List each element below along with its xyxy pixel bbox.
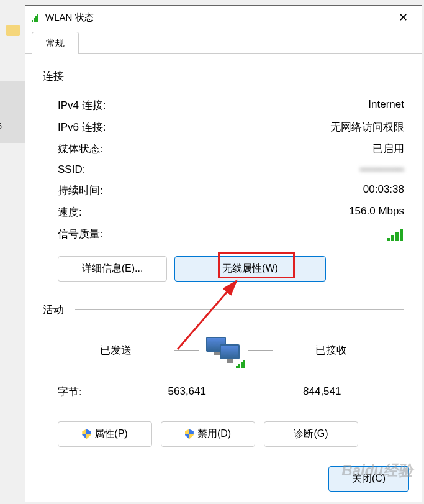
received-label: 已接收	[273, 343, 389, 357]
media-label: 媒体状态:	[58, 142, 103, 156]
activity-row: 已发送 已接收	[43, 328, 404, 365]
wlan-status-dialog: WLAN 状态 ✕ 常规 连接 IPv4 连接: Internet IPv6 连…	[25, 5, 422, 502]
diagnose-button[interactable]: 诊断(G)	[264, 421, 358, 447]
ssid-value: ••••••••••••	[360, 163, 404, 176]
row-ipv6: IPv6 连接: 无网络访问权限	[43, 116, 404, 138]
connection-buttons: 详细信息(E)... 无线属性(W)	[43, 245, 404, 285]
bytes-received-value: 844,541	[255, 385, 390, 398]
disable-button[interactable]: 禁用(D)	[161, 421, 255, 447]
tab-general[interactable]: 常规	[32, 32, 79, 54]
row-speed: 速度: 156.0 Mbps	[43, 201, 404, 223]
network-activity-icon	[199, 334, 248, 365]
tab-strip: 常规	[25, 32, 422, 54]
row-ipv4: IPv4 连接: Internet	[43, 94, 404, 116]
signal-label: 信号质量:	[58, 227, 103, 241]
activity-header: 活动	[43, 303, 404, 317]
row-media: 媒体状态: 已启用	[43, 138, 404, 160]
bytes-sent-value: 563,641	[120, 385, 255, 398]
speed-label: 速度:	[58, 205, 82, 219]
close-button[interactable]: 关闭(C)	[328, 466, 409, 492]
row-ssid: SSID: ••••••••••••	[43, 160, 404, 180]
duration-label: 持续时间:	[58, 183, 103, 198]
properties-button[interactable]: 属性(P)	[58, 421, 152, 447]
media-value: 已启用	[372, 142, 404, 156]
ipv4-value: Internet	[368, 98, 404, 112]
titlebar: WLAN 状态 ✕	[25, 6, 422, 29]
ipv6-value: 无网络访问权限	[330, 120, 404, 134]
activity-section: 活动 已发送 已接收 字节: 563,641	[43, 303, 404, 400]
speed-value: 156.0 Mbps	[349, 205, 404, 219]
bytes-row: 字节: 563,641 844,541	[43, 365, 404, 400]
bytes-label: 字节:	[58, 385, 120, 399]
sent-label: 已发送	[58, 343, 174, 357]
row-signal: 信号质量:	[43, 223, 404, 245]
folder-icon	[6, 25, 20, 36]
ipv6-label: IPv6 连接:	[58, 120, 106, 134]
bg-selection	[0, 81, 25, 143]
wireless-properties-button[interactable]: 无线属性(W)	[174, 256, 326, 282]
ipv4-label: IPv4 连接:	[58, 98, 106, 112]
dialog-footer: 关闭(C)	[25, 456, 422, 502]
bg-text: lao -Fi 6	[0, 106, 2, 134]
connection-header: 连接	[43, 69, 404, 83]
tab-content: 连接 IPv4 连接: Internet IPv6 连接: 无网络访问权限 媒体…	[25, 53, 422, 456]
row-duration: 持续时间: 00:03:38	[43, 180, 404, 201]
bottom-buttons: 属性(P) 禁用(D) 诊断(G)	[43, 400, 404, 447]
ssid-label: SSID:	[58, 163, 85, 176]
shield-icon	[82, 429, 91, 439]
wlan-signal-icon	[32, 13, 40, 22]
dialog-title: WLAN 状态	[45, 12, 390, 24]
signal-bars-icon	[387, 227, 404, 241]
close-icon[interactable]: ✕	[390, 8, 415, 27]
duration-value: 00:03:38	[363, 183, 404, 198]
details-button[interactable]: 详细信息(E)...	[58, 256, 167, 282]
shield-icon	[185, 429, 194, 439]
